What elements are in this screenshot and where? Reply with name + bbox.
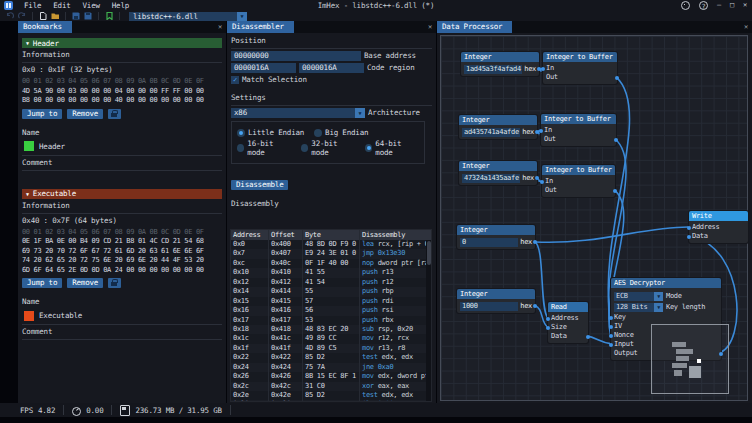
output-port[interactable]: [586, 335, 590, 339]
jump-to-button[interactable]: Jump to: [22, 109, 62, 119]
input-port[interactable]: [541, 67, 545, 71]
disassembly-row[interactable]: 0x2c0x42c31 C0xor eax, eax: [231, 382, 431, 391]
disassembly-row[interactable]: 0x300x4307E 5Ejle 0x90: [231, 400, 431, 402]
node-int-to-buffer-2[interactable]: Integer to Buffer In Out: [541, 114, 616, 146]
disassembly-row[interactable]: 0x120x41241 54push r12: [231, 278, 431, 287]
remove-button[interactable]: Remove: [67, 278, 103, 288]
open-folder-icon[interactable]: [51, 12, 59, 20]
redo-icon[interactable]: [18, 12, 26, 20]
node-title[interactable]: Write: [689, 211, 748, 221]
help-icon[interactable]: ?: [699, 1, 708, 10]
output-port[interactable]: [614, 138, 618, 142]
node-title[interactable]: Read: [548, 302, 588, 312]
bookmark-header-collapsible[interactable]: ▼ Executable: [22, 189, 222, 199]
integer-value-input[interactable]: 1ad45a3f4afad4: [464, 65, 522, 74]
bookmark-header-collapsible[interactable]: ▼ Header: [22, 38, 222, 48]
input-port[interactable]: [609, 325, 613, 329]
radio-little-endian[interactable]: Little Endian: [237, 128, 304, 137]
disassembly-row[interactable]: 0xc0x40c0F 1F 40 00nop dword ptr [rax]: [231, 259, 431, 268]
node-read[interactable]: Read Address Size Data: [548, 302, 588, 343]
disassembly-row[interactable]: 0x2e0x42e85 D2test edx, edx: [231, 391, 431, 400]
tab-disassembler[interactable]: Disassembler: [227, 21, 294, 33]
close-icon[interactable]: ✕: [740, 23, 752, 31]
output-port[interactable]: [535, 176, 539, 180]
output-port[interactable]: [533, 304, 537, 308]
node-int-to-buffer-1[interactable]: Integer to Buffer In Out: [543, 52, 617, 84]
node-title[interactable]: Integer: [457, 225, 535, 235]
lock-icon[interactable]: [108, 278, 121, 288]
disassembly-row[interactable]: 0x220x42285 D2test edx, edx: [231, 353, 431, 362]
base-address-input[interactable]: 00000000: [231, 51, 361, 61]
disassembly-row[interactable]: 0x1f0x41f4D 89 C5mov r13, r8: [231, 344, 431, 353]
bookmark-name-input[interactable]: Header: [39, 142, 65, 151]
lock-icon[interactable]: [108, 109, 121, 119]
minimize-button[interactable]: —: [717, 0, 721, 11]
node-title[interactable]: Integer: [461, 52, 539, 62]
match-selection-checkbox[interactable]: ✓: [231, 76, 239, 84]
output-port[interactable]: [613, 189, 617, 193]
input-port[interactable]: [609, 334, 613, 338]
node-title[interactable]: Integer: [457, 289, 535, 299]
table-scrollbar[interactable]: [426, 240, 431, 401]
menu-view[interactable]: View: [77, 0, 106, 11]
disassembly-row[interactable]: 0x170x41753push rbx: [231, 316, 431, 325]
disassembly-row[interactable]: 0x140x41455push rbp: [231, 287, 431, 296]
node-title[interactable]: Integer to Buffer: [542, 165, 615, 175]
input-port[interactable]: [539, 129, 543, 133]
undo-icon[interactable]: [6, 12, 14, 20]
bookmark-color-swatch[interactable]: [24, 141, 34, 151]
disassembly-row[interactable]: 0x1c0x41c49 89 CCmov r12, rcx: [231, 334, 431, 343]
radio-32bit-mode[interactable]: 32-bit mode: [301, 139, 355, 157]
chevron-down-icon[interactable]: ▼: [355, 108, 365, 118]
close-button[interactable]: ✕: [743, 0, 747, 11]
integer-value-input[interactable]: ad435741a4afde: [462, 128, 520, 137]
close-icon[interactable]: ✕: [424, 23, 436, 31]
disassembly-row[interactable]: 0x100x41041 55push r13: [231, 268, 431, 277]
bookmark-icon[interactable]: [105, 12, 113, 20]
bookmark-color-swatch[interactable]: [24, 311, 34, 321]
disassembly-row[interactable]: 0x00x40048 8D 0D F9 0lea rcx, [rip + 0x1…: [231, 240, 431, 249]
chevron-down-icon[interactable]: ▼: [654, 303, 663, 312]
input-port[interactable]: [687, 226, 691, 230]
aes-keylength-dropdown[interactable]: 128 Bits ▼: [614, 303, 663, 312]
output-port[interactable]: [615, 76, 619, 80]
node-int-to-buffer-3[interactable]: Integer to Buffer In Out: [542, 165, 615, 197]
bookmark-name-input[interactable]: Executable: [39, 311, 82, 320]
output-port[interactable]: [533, 240, 537, 244]
maximize-button[interactable]: □: [730, 0, 734, 11]
radio-64bit-mode[interactable]: 64-bit mode: [365, 139, 419, 157]
node-title[interactable]: Integer: [459, 115, 537, 125]
input-port[interactable]: [540, 180, 544, 184]
disassembly-row[interactable]: 0x260x4268B 15 EC 8F 1mov edx, dword ptr…: [231, 372, 431, 381]
column-byte[interactable]: Byte: [303, 230, 360, 240]
column-address[interactable]: Address: [231, 230, 269, 240]
node-integer-1[interactable]: Integer 1ad45a3f4afad4 hex: [461, 52, 539, 76]
disassembly-row[interactable]: 0x160x41656push rsi: [231, 306, 431, 315]
close-icon[interactable]: ✕: [214, 23, 226, 31]
chevron-down-icon[interactable]: ▼: [237, 12, 247, 21]
tab-data-processor[interactable]: Data Processor: [437, 21, 512, 33]
jump-to-button[interactable]: Jump to: [22, 278, 62, 288]
node-graph-canvas[interactable]: Integer 1ad45a3f4afad4 hex Integer to Bu…: [440, 35, 748, 401]
column-offset[interactable]: Offset: [269, 230, 303, 240]
code-region-end-input[interactable]: 0000016A: [299, 63, 364, 73]
save-as-icon[interactable]: [84, 12, 92, 20]
menu-edit[interactable]: Edit: [47, 0, 76, 11]
node-integer-4[interactable]: Integer 0 hex: [457, 225, 535, 249]
chevron-down-icon[interactable]: ▼: [654, 292, 663, 301]
integer-value-input[interactable]: 47324a1435aafe: [462, 174, 520, 183]
disassemble-button[interactable]: Disassemble: [231, 180, 288, 190]
input-port[interactable]: [687, 235, 691, 239]
remove-button[interactable]: Remove: [67, 109, 103, 119]
scrollbar-thumb[interactable]: [427, 241, 431, 265]
node-integer-2[interactable]: Integer ad435741a4afde hex: [459, 115, 537, 139]
graph-minimap[interactable]: [651, 324, 729, 394]
input-port[interactable]: [546, 317, 550, 321]
column-disassembly[interactable]: Disassembly: [360, 230, 431, 240]
node-integer-3[interactable]: Integer 47324a1435aafe hex: [459, 161, 537, 185]
disassembly-row[interactable]: 0x180x41848 83 EC 20sub rsp, 0x20: [231, 325, 431, 334]
new-file-icon[interactable]: [39, 12, 47, 20]
integer-value-input[interactable]: 1000: [460, 302, 518, 311]
input-port[interactable]: [609, 316, 613, 320]
architecture-dropdown[interactable]: x86 ▼: [231, 108, 365, 118]
